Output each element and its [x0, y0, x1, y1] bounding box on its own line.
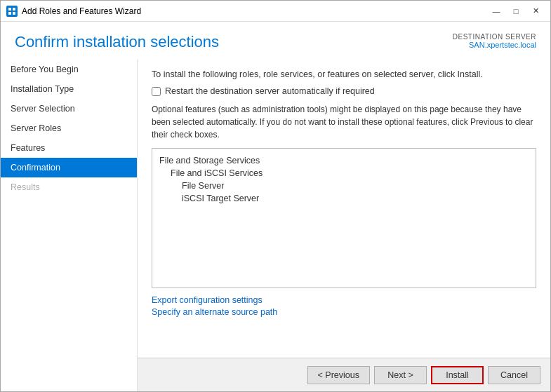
destination-server: SAN.xpertstec.local — [453, 41, 536, 49]
app-icon — [6, 6, 18, 17]
export-config-link[interactable]: Export configuration settings — [152, 295, 536, 305]
previous-button[interactable]: < Previous — [307, 366, 370, 384]
sidebar-item-results: Results — [1, 177, 137, 197]
svg-rect-2 — [8, 12, 11, 15]
window-controls: — □ ✕ — [487, 5, 545, 18]
sidebar-item-features[interactable]: Features — [1, 138, 137, 158]
sidebar: Before You Begin Installation Type Serve… — [1, 60, 138, 391]
restart-checkbox[interactable] — [152, 87, 161, 96]
close-button[interactable]: ✕ — [526, 5, 545, 18]
instruction-text: To install the following roles, role ser… — [152, 69, 536, 79]
feature-file-storage: File and Storage Services — [159, 154, 529, 167]
sidebar-item-server-roles[interactable]: Server Roles — [1, 119, 137, 138]
main-window: Add Roles and Features Wizard — □ ✕ Conf… — [0, 0, 551, 392]
main-content: To install the following roles, role ser… — [138, 60, 550, 391]
maximize-button[interactable]: □ — [507, 5, 525, 18]
next-button[interactable]: Next > — [374, 366, 427, 384]
feature-file-iscsi: File and iSCSI Services — [159, 167, 529, 180]
footer: < Previous Next > Install Cancel — [138, 358, 550, 391]
window-title: Add Roles and Features Wizard — [22, 6, 487, 16]
destination-info: DESTINATION SERVER SAN.xpertstec.local — [453, 33, 536, 49]
alternate-source-link[interactable]: Specify an alternate source path — [152, 307, 536, 317]
svg-rect-3 — [13, 12, 15, 15]
sidebar-item-server-selection[interactable]: Server Selection — [1, 99, 137, 119]
feature-iscsi-target: iSCSI Target Server — [159, 192, 529, 205]
title-bar: Add Roles and Features Wizard — □ ✕ — [1, 1, 550, 22]
feature-file-server: File Server — [159, 180, 529, 192]
minimize-button[interactable]: — — [487, 5, 505, 18]
sidebar-item-installation-type[interactable]: Installation Type — [1, 79, 137, 99]
page-header: Confirm installation selections DESTINAT… — [1, 22, 550, 60]
features-box: File and Storage Services File and iSCSI… — [152, 148, 536, 288]
sidebar-item-before-you-begin[interactable]: Before You Begin — [1, 60, 137, 79]
content-area: Before You Begin Installation Type Serve… — [1, 60, 550, 391]
restart-checkbox-label[interactable]: Restart the destination server automatic… — [165, 86, 375, 96]
svg-rect-0 — [8, 8, 11, 11]
cancel-button[interactable]: Cancel — [488, 366, 540, 384]
optional-text: Optional features (such as administratio… — [152, 103, 536, 141]
svg-rect-1 — [13, 8, 15, 11]
destination-label: DESTINATION SERVER — [453, 33, 536, 41]
main-body: To install the following roles, role ser… — [138, 60, 550, 358]
sidebar-item-confirmation[interactable]: Confirmation — [1, 158, 137, 177]
install-button[interactable]: Install — [431, 366, 484, 384]
page-title: Confirm installation selections — [15, 33, 219, 51]
restart-checkbox-row: Restart the destination server automatic… — [152, 86, 536, 96]
